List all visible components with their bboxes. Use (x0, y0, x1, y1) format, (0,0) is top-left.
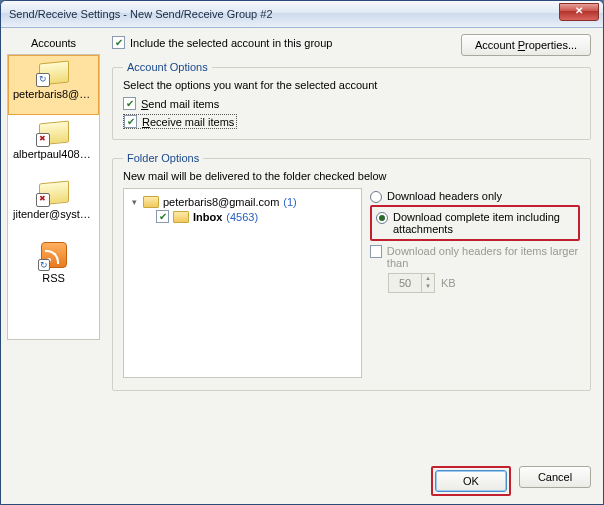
account-item-jitender[interactable]: jitender@systo... (8, 175, 99, 235)
chevron-down-icon: ▼ (422, 282, 434, 290)
dialog-window: Send/Receive Settings - New Send/Receive… (0, 0, 604, 505)
window-title: Send/Receive Settings - New Send/Receive… (9, 8, 273, 20)
inbox-count: (4563) (226, 211, 258, 223)
inbox-label: Inbox (193, 211, 222, 223)
download-headers-only-label: Download headers only (387, 190, 502, 202)
checkbox-empty-icon: ✔ (370, 245, 382, 258)
account-options-hint: Select the options you want for the sele… (123, 79, 580, 91)
account-item-rss[interactable]: ↻ RSS (8, 235, 99, 295)
download-complete-label: Download complete item including attachm… (393, 211, 574, 235)
main-panel: ✔ Include the selected account in this g… (106, 28, 603, 504)
tree-inbox[interactable]: ✔ Inbox (4563) (130, 209, 355, 224)
folder-open-icon (143, 196, 159, 208)
receive-mail-label: Receive mail items (142, 116, 234, 128)
close-icon[interactable]: ✕ (559, 3, 599, 21)
account-label: peterbaris8@g... (9, 88, 98, 100)
send-mail-label: Send mail items (141, 98, 219, 110)
download-options: Download headers only Download complete … (370, 188, 580, 378)
mail-sync-icon (39, 62, 69, 84)
titlebar[interactable]: Send/Receive Settings - New Send/Receive… (1, 1, 603, 28)
include-account-checkbox[interactable]: ✔ Include the selected account in this g… (112, 36, 332, 49)
tree-root-count: (1) (283, 196, 296, 208)
folder-icon (173, 211, 189, 223)
mail-error-icon (39, 122, 69, 144)
folder-tree[interactable]: ▾ peterbaris8@gmail.com (1) ✔ Inbox (456… (123, 188, 362, 378)
dialog-footer: OK Cancel (431, 466, 591, 496)
folder-options-hint: New mail will be delivered to the folder… (123, 170, 580, 182)
ok-button[interactable]: OK (435, 470, 507, 492)
chevron-up-icon: ▲ (422, 274, 434, 282)
receive-mail-checkbox[interactable]: ✔ Receive mail items (123, 114, 237, 129)
download-headers-larger-checkbox[interactable]: ✔ Download only headers for items larger… (370, 245, 580, 269)
send-mail-checkbox[interactable]: ✔ Send mail items (123, 97, 219, 110)
checkmark-icon: ✔ (112, 36, 125, 49)
account-options-legend: Account Options (123, 61, 212, 73)
cancel-label: Cancel (538, 471, 572, 483)
highlight-ok: OK (431, 466, 511, 496)
size-spinner: ▲▼ (388, 273, 435, 293)
collapse-icon[interactable]: ▾ (130, 198, 139, 207)
folder-options-legend: Folder Options (123, 152, 203, 164)
mail-error-icon (39, 182, 69, 204)
account-item-peterbaris8[interactable]: peterbaris8@g... (8, 55, 99, 115)
account-label: albertpaul408@... (9, 148, 98, 160)
sidebar: Accounts peterbaris8@g... albertpaul408@… (1, 28, 106, 504)
accounts-list: peterbaris8@g... albertpaul408@... jiten… (7, 54, 100, 340)
ok-label: OK (463, 475, 479, 487)
radio-icon (370, 191, 382, 203)
account-item-albertpaul408[interactable]: albertpaul408@... (8, 115, 99, 175)
download-complete-radio[interactable]: Download complete item including attachm… (376, 211, 574, 235)
download-headers-larger-label: Download only headers for items larger t… (387, 245, 580, 269)
checkmark-icon: ✔ (124, 115, 137, 128)
size-value (389, 274, 421, 292)
include-account-label: Include the selected account in this gro… (130, 37, 332, 49)
account-options-group: Account Options Select the options you w… (112, 61, 591, 140)
download-headers-only-radio[interactable]: Download headers only (370, 190, 580, 203)
rss-icon: ↻ (41, 242, 67, 268)
sidebar-header: Accounts (7, 34, 100, 52)
account-properties-button[interactable]: Account Properties... (461, 34, 591, 56)
tree-root[interactable]: ▾ peterbaris8@gmail.com (1) (130, 195, 355, 209)
radio-selected-icon (376, 212, 388, 224)
spinner-arrows: ▲▼ (421, 274, 434, 292)
cancel-button[interactable]: Cancel (519, 466, 591, 488)
checkmark-icon[interactable]: ✔ (156, 210, 169, 223)
size-unit: KB (441, 277, 456, 289)
checkmark-icon: ✔ (123, 97, 136, 110)
account-label: RSS (9, 272, 98, 284)
tree-root-label: peterbaris8@gmail.com (163, 196, 279, 208)
highlight-download-complete: Download complete item including attachm… (370, 205, 580, 241)
account-label: jitender@systo... (9, 208, 98, 220)
folder-options-group: Folder Options New mail will be delivere… (112, 152, 591, 391)
